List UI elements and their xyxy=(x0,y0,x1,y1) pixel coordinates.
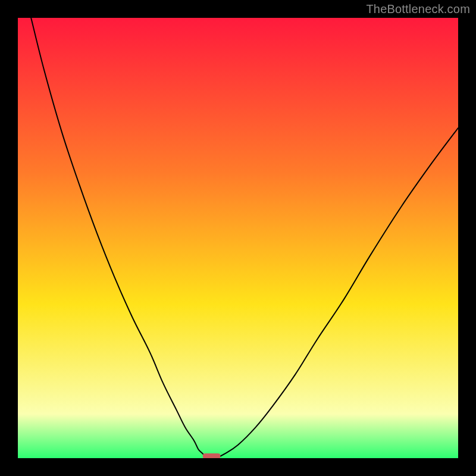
chart-plot xyxy=(18,18,458,458)
watermark-text: TheBottleneck.com xyxy=(366,2,470,16)
chart-frame: TheBottleneck.com xyxy=(0,0,476,476)
gradient-background xyxy=(18,18,458,458)
minimum-marker xyxy=(203,453,221,458)
